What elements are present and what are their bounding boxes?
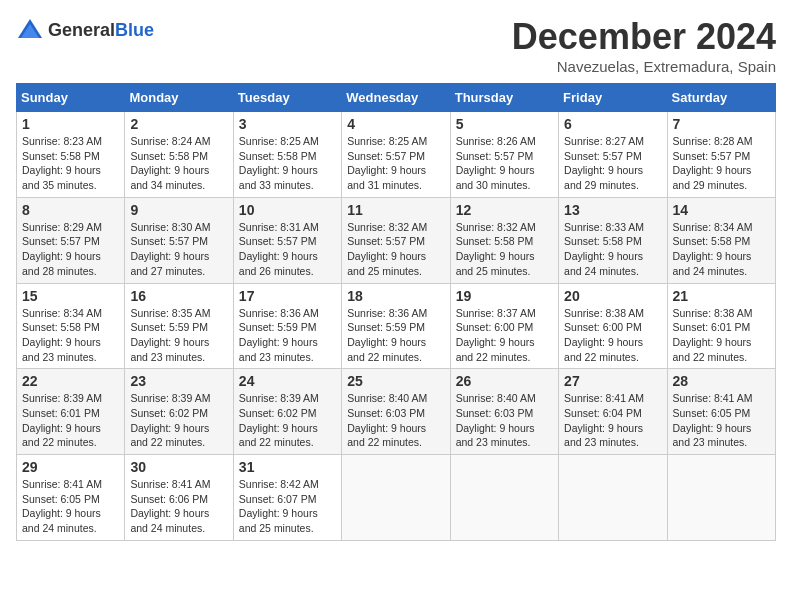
day-info-line: Sunset: 5:57 PM — [347, 234, 444, 249]
day-info-line: Sunset: 5:58 PM — [130, 149, 227, 164]
calendar-cell: 9Sunrise: 8:30 AMSunset: 5:57 PMDaylight… — [125, 197, 233, 283]
day-info-line: Daylight: 9 hours and 22 minutes. — [673, 335, 770, 364]
day-info-line: Daylight: 9 hours and 22 minutes. — [22, 421, 119, 450]
day-info-line: Daylight: 9 hours and 25 minutes. — [347, 249, 444, 278]
calendar-cell — [450, 455, 558, 541]
day-info-line: Daylight: 9 hours and 27 minutes. — [130, 249, 227, 278]
day-info-line: Daylight: 9 hours and 24 minutes. — [564, 249, 661, 278]
day-info-line: Sunset: 5:57 PM — [347, 149, 444, 164]
calendar-cell: 11Sunrise: 8:32 AMSunset: 5:57 PMDayligh… — [342, 197, 450, 283]
calendar-cell: 12Sunrise: 8:32 AMSunset: 5:58 PMDayligh… — [450, 197, 558, 283]
calendar-cell: 1Sunrise: 8:23 AMSunset: 5:58 PMDaylight… — [17, 112, 125, 198]
calendar-cell: 4Sunrise: 8:25 AMSunset: 5:57 PMDaylight… — [342, 112, 450, 198]
calendar-cell: 26Sunrise: 8:40 AMSunset: 6:03 PMDayligh… — [450, 369, 558, 455]
day-info-line: Sunrise: 8:36 AM — [347, 306, 444, 321]
day-info-line: Sunset: 5:58 PM — [673, 234, 770, 249]
day-number: 1 — [22, 116, 119, 132]
day-info-line: Daylight: 9 hours and 22 minutes. — [347, 421, 444, 450]
day-info-line: Sunset: 5:57 PM — [22, 234, 119, 249]
day-info-line: Sunset: 6:01 PM — [673, 320, 770, 335]
day-info-line: Sunset: 6:03 PM — [347, 406, 444, 421]
day-info-line: Sunset: 6:03 PM — [456, 406, 553, 421]
day-info-line: Sunrise: 8:36 AM — [239, 306, 336, 321]
day-info-line: Daylight: 9 hours and 22 minutes. — [239, 421, 336, 450]
day-number: 9 — [130, 202, 227, 218]
day-info-line: Daylight: 9 hours and 22 minutes. — [130, 421, 227, 450]
calendar-header-row: SundayMondayTuesdayWednesdayThursdayFrid… — [17, 84, 776, 112]
day-info-line: Sunrise: 8:34 AM — [22, 306, 119, 321]
logo-icon — [16, 16, 44, 44]
day-number: 6 — [564, 116, 661, 132]
day-number: 27 — [564, 373, 661, 389]
day-info-line: Sunrise: 8:28 AM — [673, 134, 770, 149]
calendar-cell — [342, 455, 450, 541]
day-info-line: Daylight: 9 hours and 29 minutes. — [673, 163, 770, 192]
day-info-line: Sunset: 5:57 PM — [456, 149, 553, 164]
day-info-line: Daylight: 9 hours and 23 minutes. — [673, 421, 770, 450]
day-info-line: Daylight: 9 hours and 33 minutes. — [239, 163, 336, 192]
day-info-line: Sunset: 5:57 PM — [673, 149, 770, 164]
calendar-cell: 24Sunrise: 8:39 AMSunset: 6:02 PMDayligh… — [233, 369, 341, 455]
calendar-cell: 30Sunrise: 8:41 AMSunset: 6:06 PMDayligh… — [125, 455, 233, 541]
day-info-line: Sunrise: 8:24 AM — [130, 134, 227, 149]
day-info-line: Sunset: 6:02 PM — [239, 406, 336, 421]
day-info-line: Sunset: 5:59 PM — [239, 320, 336, 335]
calendar-cell: 29Sunrise: 8:41 AMSunset: 6:05 PMDayligh… — [17, 455, 125, 541]
day-number: 25 — [347, 373, 444, 389]
calendar-cell: 22Sunrise: 8:39 AMSunset: 6:01 PMDayligh… — [17, 369, 125, 455]
day-info-line: Sunset: 5:57 PM — [239, 234, 336, 249]
calendar-week-row: 8Sunrise: 8:29 AMSunset: 5:57 PMDaylight… — [17, 197, 776, 283]
calendar-cell: 5Sunrise: 8:26 AMSunset: 5:57 PMDaylight… — [450, 112, 558, 198]
day-info-line: Sunrise: 8:32 AM — [456, 220, 553, 235]
day-number: 5 — [456, 116, 553, 132]
day-header-tuesday: Tuesday — [233, 84, 341, 112]
day-info-line: Sunrise: 8:42 AM — [239, 477, 336, 492]
calendar-week-row: 1Sunrise: 8:23 AMSunset: 5:58 PMDaylight… — [17, 112, 776, 198]
day-number: 31 — [239, 459, 336, 475]
location-subtitle: Navezuelas, Extremadura, Spain — [512, 58, 776, 75]
day-info-line: Sunrise: 8:25 AM — [347, 134, 444, 149]
day-info-line: Daylight: 9 hours and 35 minutes. — [22, 163, 119, 192]
day-info-line: Sunset: 6:00 PM — [456, 320, 553, 335]
day-number: 12 — [456, 202, 553, 218]
day-number: 21 — [673, 288, 770, 304]
day-info-line: Sunset: 6:05 PM — [22, 492, 119, 507]
day-info-line: Sunset: 6:06 PM — [130, 492, 227, 507]
day-info-line: Sunset: 6:02 PM — [130, 406, 227, 421]
day-info-line: Daylight: 9 hours and 34 minutes. — [130, 163, 227, 192]
day-info-line: Daylight: 9 hours and 31 minutes. — [347, 163, 444, 192]
day-number: 26 — [456, 373, 553, 389]
day-info-line: Sunset: 6:00 PM — [564, 320, 661, 335]
day-info-line: Sunset: 5:57 PM — [564, 149, 661, 164]
calendar-cell: 17Sunrise: 8:36 AMSunset: 5:59 PMDayligh… — [233, 283, 341, 369]
day-info-line: Daylight: 9 hours and 24 minutes. — [673, 249, 770, 278]
calendar-cell: 28Sunrise: 8:41 AMSunset: 6:05 PMDayligh… — [667, 369, 775, 455]
day-info-line: Sunrise: 8:40 AM — [347, 391, 444, 406]
day-info-line: Sunset: 5:59 PM — [347, 320, 444, 335]
day-number: 24 — [239, 373, 336, 389]
day-info-line: Sunset: 5:59 PM — [130, 320, 227, 335]
day-info-line: Daylight: 9 hours and 24 minutes. — [22, 506, 119, 535]
calendar-cell: 2Sunrise: 8:24 AMSunset: 5:58 PMDaylight… — [125, 112, 233, 198]
day-number: 10 — [239, 202, 336, 218]
day-info-line: Sunrise: 8:39 AM — [130, 391, 227, 406]
day-header-thursday: Thursday — [450, 84, 558, 112]
day-number: 14 — [673, 202, 770, 218]
day-info-line: Daylight: 9 hours and 25 minutes. — [456, 249, 553, 278]
day-number: 2 — [130, 116, 227, 132]
day-number: 22 — [22, 373, 119, 389]
calendar-cell: 31Sunrise: 8:42 AMSunset: 6:07 PMDayligh… — [233, 455, 341, 541]
day-info-line: Sunrise: 8:41 AM — [22, 477, 119, 492]
logo-blue: Blue — [115, 20, 154, 40]
day-number: 11 — [347, 202, 444, 218]
day-info-line: Sunrise: 8:35 AM — [130, 306, 227, 321]
day-number: 15 — [22, 288, 119, 304]
calendar-table: SundayMondayTuesdayWednesdayThursdayFrid… — [16, 83, 776, 541]
day-info-line: Sunset: 5:57 PM — [130, 234, 227, 249]
day-info-line: Daylight: 9 hours and 25 minutes. — [239, 506, 336, 535]
day-info-line: Sunset: 5:58 PM — [456, 234, 553, 249]
day-info-line: Sunrise: 8:29 AM — [22, 220, 119, 235]
month-title: December 2024 — [512, 16, 776, 58]
day-info-line: Daylight: 9 hours and 30 minutes. — [456, 163, 553, 192]
day-number: 8 — [22, 202, 119, 218]
